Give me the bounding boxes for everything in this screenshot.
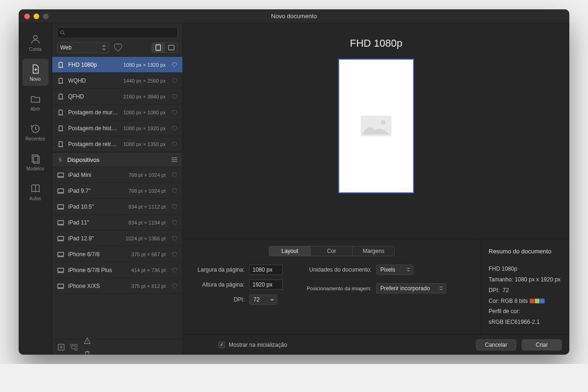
preset-row[interactable]: Postagem de história e…1080 px × 1920 px	[52, 120, 182, 136]
svg-rect-20	[59, 141, 62, 147]
heart-icon[interactable]	[171, 203, 178, 210]
svg-rect-37	[58, 268, 63, 272]
preset-row[interactable]: iPad 9.7"768 pt × 1024 pt	[52, 183, 182, 199]
window-title: Novo documento	[271, 13, 317, 20]
preset-row[interactable]: iPad 12.9"1024 pt × 1366 pt	[52, 231, 182, 246]
page-height-label: Altura da página:	[191, 281, 249, 288]
book-icon	[30, 183, 41, 194]
cancel-button[interactable]: Cancelar	[476, 339, 516, 350]
svg-rect-18	[59, 126, 62, 131]
page-width-input[interactable]	[249, 265, 283, 275]
delete-preset-icon[interactable]	[83, 350, 91, 355]
sidebar-item-recent[interactable]: Recentes	[22, 119, 49, 146]
heart-icon[interactable]	[171, 141, 178, 147]
tab-layout[interactable]: Layout	[269, 246, 311, 256]
sidebar-item-new[interactable]: Novo	[22, 59, 49, 86]
svg-rect-44	[71, 344, 73, 346]
page-width-label: Largura da página:	[191, 266, 249, 273]
preset-list[interactable]: FHD 1080p1080 px × 1920 pxWQHD1440 px × …	[52, 57, 182, 339]
heart-icon[interactable]	[171, 267, 178, 273]
new-doc-icon	[30, 63, 41, 75]
clock-icon	[30, 123, 41, 134]
page-height-input[interactable]	[249, 280, 283, 290]
preset-name: WQHD	[68, 77, 119, 84]
heart-icon[interactable]	[171, 283, 178, 289]
preset-name: QFHD	[68, 93, 119, 100]
preset-row[interactable]: iPhone 6/7/8 Plus414 pt × 736 pt	[52, 262, 182, 278]
titlebar: Novo documento	[19, 9, 569, 23]
preset-name: iPad Mini	[68, 172, 125, 178]
image-placement-select[interactable]: Preferir incorporado	[376, 283, 446, 294]
preset-dims: 834 pt × 1194 pt	[128, 220, 166, 225]
zoom-window-button[interactable]	[43, 14, 49, 19]
minimize-window-button[interactable]	[34, 14, 39, 19]
preset-row[interactable]: iPad Mini768 pt × 1024 pt	[52, 167, 182, 183]
tab-color[interactable]: Cor	[311, 246, 353, 256]
doc-icon	[57, 141, 64, 147]
heart-icon[interactable]	[171, 93, 178, 100]
preset-dims: 1080 px × 1920 px	[123, 62, 166, 68]
doc-icon	[57, 203, 64, 210]
doc-icon	[57, 125, 64, 132]
doc-icon	[57, 283, 64, 289]
section-devices[interactable]: Dispositivos	[52, 152, 182, 167]
doc-icon	[57, 251, 64, 258]
doc-units-select[interactable]: Pixels	[376, 265, 413, 275]
heart-icon[interactable]	[171, 62, 178, 68]
heart-icon[interactable]	[171, 125, 178, 132]
svg-rect-25	[58, 173, 63, 176]
summary-profile-label: Perfil de cor:	[489, 306, 562, 317]
sidebar-item-open[interactable]: Abrir	[22, 89, 49, 116]
sidebar-item-label: Conta	[29, 47, 42, 52]
preset-panel: Web FHD 1080p1080 px × 1920 pxWQHD1440 p…	[52, 23, 183, 355]
heart-icon[interactable]	[171, 251, 178, 258]
preset-row[interactable]: iPhone 6/7/8375 pt × 667 pt	[52, 246, 182, 262]
sidebar-item-label: Modelos	[27, 166, 44, 171]
dpi-select[interactable]: 72	[249, 294, 277, 305]
preset-row[interactable]: iPhone X/XS375 pt × 812 pt	[52, 278, 182, 294]
orientation-portrait-button[interactable]	[152, 42, 165, 53]
preset-row[interactable]: Postagem de mural em…1080 px × 1080 px	[52, 105, 182, 120]
summary-heading: Resumo do documento	[489, 246, 562, 258]
settings-tabs: Layout Cor Margens	[191, 246, 472, 256]
sidebar-item-models[interactable]: Modelos	[22, 148, 49, 175]
add-preset-icon[interactable]	[57, 343, 65, 351]
preset-dims: 834 pt × 1112 pt	[128, 204, 166, 210]
preset-row[interactable]: FHD 1080p1080 px × 1920 px	[52, 57, 182, 73]
preset-row[interactable]: WQHD1440 px × 2560 px	[52, 73, 182, 89]
preset-name: Postagem de retrato e…	[68, 141, 119, 147]
preset-search-input[interactable]	[57, 27, 178, 38]
heart-icon[interactable]	[171, 235, 178, 242]
close-window-button[interactable]	[24, 14, 30, 19]
preset-row[interactable]: Postagem de retrato e…1080 px × 1350 px	[52, 136, 182, 152]
sidebar-item-account[interactable]: Conta	[22, 29, 49, 56]
heart-icon[interactable]	[171, 219, 178, 226]
show-at-startup-checkbox[interactable]: ✓ Mostrar na inicialização	[218, 342, 287, 348]
create-button[interactable]: Criar	[522, 339, 562, 350]
preset-dims: 1440 px × 2560 px	[123, 78, 166, 84]
tab-margins[interactable]: Margens	[353, 246, 395, 256]
svg-rect-10	[59, 62, 62, 67]
preview-canvas	[338, 59, 414, 193]
menu-icon[interactable]	[171, 157, 178, 162]
summary-name: FHD 1080p	[489, 264, 562, 274]
heart-icon[interactable]	[171, 172, 178, 178]
preset-row[interactable]: QFHD2160 px × 3840 px	[52, 89, 182, 105]
preset-row[interactable]: iPad 10.5"834 pt × 1112 pt	[52, 199, 182, 215]
category-select[interactable]: Web	[57, 42, 109, 53]
favorites-filter-icon[interactable]	[113, 42, 123, 53]
heart-icon[interactable]	[171, 109, 178, 116]
heart-icon[interactable]	[171, 188, 178, 194]
sidebar-item-label: Abrir	[30, 106, 40, 112]
doc-icon	[57, 235, 64, 242]
preset-row[interactable]: iPad 11"834 pt × 1194 pt	[52, 215, 182, 231]
updown-icon	[102, 45, 106, 50]
rename-preset-icon[interactable]	[83, 336, 91, 345]
orientation-landscape-button[interactable]	[165, 42, 178, 53]
doc-icon	[57, 219, 64, 226]
doc-icon	[57, 172, 64, 178]
preset-tree-icon[interactable]	[70, 343, 78, 351]
sidebar-item-classes[interactable]: Aulas	[22, 178, 49, 205]
preset-toolstrip	[52, 339, 182, 355]
heart-icon[interactable]	[171, 77, 178, 84]
